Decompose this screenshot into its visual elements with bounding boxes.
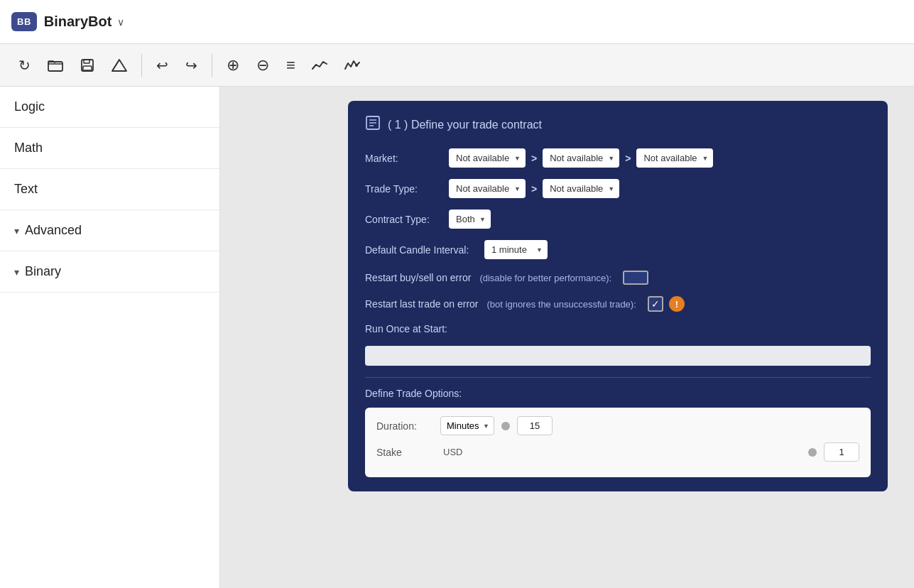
warning-icon: ! — [669, 296, 685, 312]
candle-interval-label: Default Candle Interval: — [365, 244, 479, 256]
toolbar: ↻ ↩ ↪ ⊕ ⊖ ≡ — [0, 44, 914, 87]
stake-label: Stake — [376, 447, 433, 458]
svg-marker-4 — [112, 60, 126, 71]
duration-row: Duration: Minutes Ticks Hours 15 — [376, 416, 859, 435]
candle-interval-select[interactable]: 1 minute 2 minutes 5 minutes — [484, 240, 548, 259]
advanced-chart-button[interactable] — [337, 53, 367, 77]
restart-buysell-row: Restart buy/sell on error (disable for b… — [365, 271, 871, 285]
save-button[interactable] — [73, 53, 102, 78]
market-row: Market: Not available > Not available > … — [365, 148, 871, 168]
define-trade-section: Define Trade Options: Duration: Minutes … — [365, 377, 871, 477]
contract-type-select-wrapper: Both Rise Fall — [449, 209, 491, 229]
restart-last-trade-note: (bot ignores the unsuccessful trade): — [487, 299, 636, 310]
sidebar-item-label: Math — [14, 141, 43, 156]
duration-value: 15 — [517, 416, 553, 435]
list-button[interactable]: ≡ — [279, 50, 302, 80]
stake-row: Stake USD 1 — [376, 442, 859, 462]
arrow-icon: ▾ — [14, 225, 19, 236]
drive-button[interactable] — [104, 53, 134, 78]
stake-currency: USD — [443, 447, 462, 457]
main-layout: Logic Math Text ▾ Advanced ▾ Binary — [0, 87, 914, 588]
chevron-down-icon[interactable]: ∨ — [117, 16, 124, 28]
svg-rect-3 — [83, 66, 92, 70]
trade-type-label: Trade Type: — [365, 183, 443, 195]
run-once-label: Run Once at Start: — [365, 323, 447, 334]
arrow-separator-1: > — [531, 153, 537, 164]
card-title: ( 1 ) Define your trade contract — [388, 119, 542, 131]
stake-value: 1 — [824, 442, 859, 462]
run-once-bar — [365, 346, 871, 366]
header: BB BinaryBot ∨ — [0, 0, 914, 44]
content-area: ( 1 ) Define your trade contract Market:… — [220, 87, 914, 588]
market-select-3-wrapper: Not available — [636, 148, 713, 168]
contract-type-select[interactable]: Both Rise Fall — [449, 209, 491, 229]
contract-icon — [365, 115, 381, 134]
trade-type-select-1[interactable]: Not available — [449, 179, 526, 198]
svg-rect-2 — [84, 60, 89, 63]
svg-line-5 — [112, 60, 119, 71]
contract-type-label: Contract Type: — [365, 214, 443, 225]
svg-point-6 — [355, 64, 358, 67]
market-select-2-wrapper: Not available — [543, 148, 619, 168]
open-button[interactable] — [40, 53, 70, 77]
duration-unit-select-wrapper: Minutes Ticks Hours — [440, 416, 494, 435]
restart-last-trade-checkbox[interactable]: ✓ — [648, 296, 663, 312]
restart-last-trade-row: Restart last trade on error (bot ignores… — [365, 296, 871, 312]
sidebar-item-math[interactable]: Math — [0, 128, 219, 169]
restart-buysell-note: (disable for better performance): — [479, 273, 611, 283]
candle-interval-select-wrapper: 1 minute 2 minutes 5 minutes — [484, 240, 548, 259]
connector-dot-1 — [501, 422, 510, 430]
duration-label: Duration: — [376, 420, 433, 432]
sidebar-item-binary[interactable]: ▾ Binary — [0, 251, 219, 293]
zoom-out-button[interactable]: ⊖ — [249, 50, 276, 80]
divider-1 — [141, 54, 142, 77]
define-trade-label: Define Trade Options: — [365, 388, 871, 399]
trade-type-select-1-wrapper: Not available — [449, 179, 526, 198]
trade-type-row: Trade Type: Not available > Not availabl… — [365, 179, 871, 198]
market-select-3[interactable]: Not available — [636, 148, 713, 168]
market-label: Market: — [365, 153, 443, 164]
zoom-in-button[interactable]: ⊕ — [219, 50, 246, 80]
undo-button[interactable]: ↩ — [149, 51, 175, 80]
contract-type-row: Contract Type: Both Rise Fall — [365, 209, 871, 229]
arrow-separator-3: > — [531, 183, 537, 195]
restart-buysell-toggle[interactable] — [623, 271, 648, 285]
market-select-1-wrapper: Not available — [449, 148, 526, 168]
sidebar-item-label: Binary — [25, 264, 61, 279]
market-select-2[interactable]: Not available — [543, 148, 619, 168]
refresh-button[interactable]: ↻ — [11, 51, 38, 80]
inner-trade-card: Duration: Minutes Ticks Hours 15 — [365, 408, 871, 477]
sidebar-item-label: Text — [14, 182, 38, 197]
sidebar-item-label: Logic — [14, 99, 45, 114]
sidebar: Logic Math Text ▾ Advanced ▾ Binary — [0, 87, 220, 588]
connector-dot-2 — [808, 448, 817, 457]
run-once-row: Run Once at Start: — [365, 323, 871, 334]
trade-type-select-2[interactable]: Not available — [543, 179, 619, 198]
sidebar-item-text[interactable]: Text — [0, 169, 219, 210]
candle-interval-row: Default Candle Interval: 1 minute 2 minu… — [365, 240, 871, 259]
trade-type-select-2-wrapper: Not available — [543, 179, 619, 198]
sidebar-item-logic[interactable]: Logic — [0, 87, 219, 128]
trade-contract-card: ( 1 ) Define your trade contract Market:… — [348, 101, 888, 491]
sidebar-item-advanced[interactable]: ▾ Advanced — [0, 210, 219, 251]
sidebar-item-label: Advanced — [25, 223, 82, 238]
card-header: ( 1 ) Define your trade contract — [365, 115, 871, 134]
market-select-1[interactable]: Not available — [449, 148, 526, 168]
arrow-separator-2: > — [625, 153, 631, 164]
svg-rect-0 — [48, 62, 62, 71]
redo-button[interactable]: ↪ — [178, 51, 205, 80]
logo: BB — [11, 12, 37, 31]
restart-buysell-label: Restart buy/sell on error — [365, 272, 471, 283]
app-title: BinaryBot — [44, 13, 112, 30]
duration-unit-select[interactable]: Minutes Ticks Hours — [440, 416, 494, 435]
restart-last-trade-label: Restart last trade on error — [365, 298, 479, 310]
divider-2 — [212, 54, 212, 77]
arrow-icon: ▾ — [14, 266, 19, 278]
chart-button[interactable] — [305, 53, 334, 77]
